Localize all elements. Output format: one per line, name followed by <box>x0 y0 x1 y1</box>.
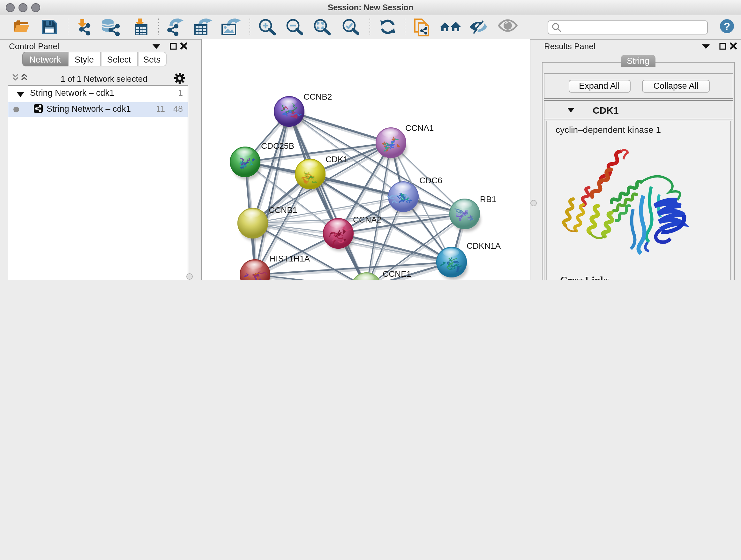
svg-text:CCNA1: CCNA1 <box>405 123 434 133</box>
svg-text:?: ? <box>724 20 731 32</box>
svg-text:CDC25B: CDC25B <box>261 141 294 151</box>
svg-text:CCNB2: CCNB2 <box>304 92 332 102</box>
svg-text:CDC6: CDC6 <box>419 176 442 185</box>
svg-text:CCNE1: CCNE1 <box>383 269 411 279</box>
svg-text:RB1: RB1 <box>480 194 496 204</box>
svg-text:CDKN1A: CDKN1A <box>467 241 501 251</box>
svg-text:HIST1H1A: HIST1H1A <box>270 254 310 263</box>
svg-text:CCNA2: CCNA2 <box>353 215 381 225</box>
svg-text:CCNB1: CCNB1 <box>269 205 297 215</box>
svg-text:CDK1: CDK1 <box>326 154 348 164</box>
